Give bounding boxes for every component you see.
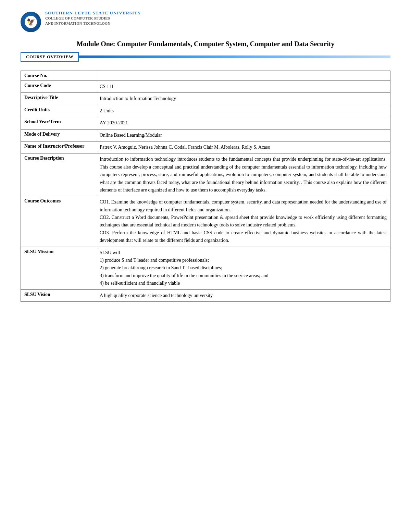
table-row: Course DescriptionIntroduction to inform… <box>21 153 390 196</box>
row-label: Course No. <box>21 71 96 81</box>
page-header: 🦅 SOUTHERN LEYTE STATE UNIVERSITY COLLEG… <box>21 10 390 32</box>
page-title: Module One: Computer Fundamentals, Compu… <box>21 39 390 49</box>
row-value: AY 2020-2021 <box>96 117 390 129</box>
table-row: School Year/TermAY 2020-2021 <box>21 117 390 129</box>
table-row: Descriptive TitleIntroduction to Informa… <box>21 93 390 105</box>
row-label: Course Description <box>21 153 96 196</box>
row-value: A high quality corporate science and tec… <box>96 289 390 301</box>
table-row: Course OutcomesCO1. Examine the knowledg… <box>21 196 390 247</box>
row-label: SLSU Mission <box>21 247 96 289</box>
table-row: Credit Units2 Units <box>21 105 390 117</box>
table-row: SLSU MissionSLSU will1) produce S and T … <box>21 247 390 289</box>
blue-divider <box>79 55 390 58</box>
table-row: Course No. <box>21 71 390 81</box>
course-overview-bar: COURSE OVERVIEW <box>21 52 390 62</box>
college-name-line1: COLLEGE OF COMPUTER STUDIES <box>45 16 141 21</box>
table-row: Mode of DeliveryOnline Based Learning/Mo… <box>21 129 390 141</box>
table-row: Name of Instructor/ProfessorPatrex V. Am… <box>21 141 390 153</box>
college-name-line2: AND INFORMATION TECHNOLOGY <box>45 21 141 26</box>
row-value: SLSU will1) produce S and T leader and c… <box>96 247 390 289</box>
row-value: Introduction to Information Technology <box>96 93 390 105</box>
row-value: Online Based Learning/Modular <box>96 129 390 141</box>
row-value: CO1. Examine the knowledge of computer f… <box>96 196 390 247</box>
logo-icon: 🦅 <box>27 18 35 26</box>
row-value <box>96 71 390 81</box>
row-label: SLSU Vision <box>21 289 96 301</box>
course-overview-label: COURSE OVERVIEW <box>21 52 79 62</box>
table-row: Course CodeCS 111 <box>21 81 390 93</box>
row-value: Patrex V. Amoguiz, Nerissa Johnna C. Cod… <box>96 141 390 153</box>
row-value: 2 Units <box>96 105 390 117</box>
row-value: Introduction to information technology i… <box>96 153 390 196</box>
row-label: Name of Instructor/Professor <box>21 141 96 153</box>
row-label: Credit Units <box>21 105 96 117</box>
row-label: Descriptive Title <box>21 93 96 105</box>
row-label: Course Code <box>21 81 96 93</box>
table-row: SLSU VisionA high quality corporate scie… <box>21 289 390 301</box>
row-label: School Year/Term <box>21 117 96 129</box>
row-label: Mode of Delivery <box>21 129 96 141</box>
course-info-table: Course No.Course CodeCS 111Descriptive T… <box>21 71 390 302</box>
row-label: Course Outcomes <box>21 196 96 247</box>
university-info: SOUTHERN LEYTE STATE UNIVERSITY COLLEGE … <box>45 10 141 26</box>
row-value: CS 111 <box>96 81 390 93</box>
university-logo: 🦅 <box>21 12 41 32</box>
university-name: SOUTHERN LEYTE STATE UNIVERSITY <box>45 10 141 16</box>
